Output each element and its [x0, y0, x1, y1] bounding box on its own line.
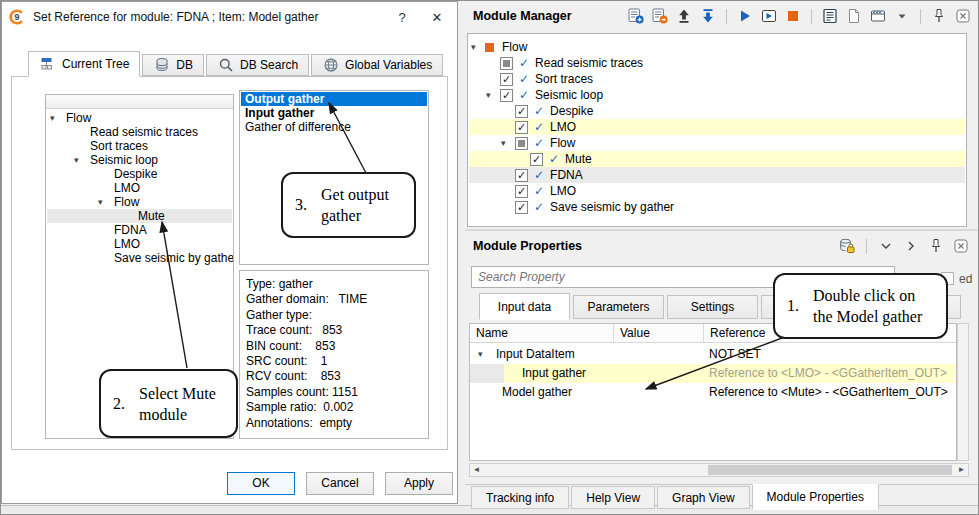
- expander-icon[interactable]: ▾: [486, 90, 500, 100]
- module-tree-item-flow[interactable]: ▾Flow: [469, 39, 965, 55]
- checked-checkbox[interactable]: [500, 73, 513, 86]
- pin-icon[interactable]: [927, 237, 945, 255]
- close-icon[interactable]: [954, 7, 972, 25]
- module-tree-item-lmo[interactable]: ✓LMO: [469, 183, 965, 199]
- partial-checkbox[interactable]: [500, 57, 513, 70]
- tab-global-variables[interactable]: Global Variables: [311, 54, 443, 76]
- expander-icon[interactable]: ▾: [98, 195, 114, 209]
- add-module-icon[interactable]: [627, 7, 645, 25]
- module-tree-item-flow[interactable]: ▾✓Flow: [469, 135, 965, 151]
- flow-tree-item-save-seismic-by-gather[interactable]: Save seismic by gather: [47, 251, 232, 265]
- expander-icon[interactable]: ▾: [478, 345, 483, 364]
- checked-checkbox[interactable]: [530, 153, 543, 166]
- caret-down-icon[interactable]: [893, 7, 911, 25]
- scroll-left-arrow[interactable]: ◄: [470, 464, 483, 476]
- table-row-model-gather[interactable]: Model gatherReference to <Mute> - <GGath…: [470, 383, 956, 402]
- flow-tree-item-lmo[interactable]: LMO: [47, 181, 232, 195]
- module-tree-item-seismic-loop[interactable]: ▾✓Seismic loop: [469, 87, 965, 103]
- pin-icon[interactable]: [930, 7, 948, 25]
- flow-tree-item-read-seismic-traces[interactable]: Read seismic traces: [47, 125, 232, 139]
- enabled-check-icon: ✓: [519, 72, 529, 86]
- help-button[interactable]: ?: [388, 10, 416, 25]
- chevron-right-icon[interactable]: [902, 237, 920, 255]
- move-down-icon[interactable]: [699, 7, 717, 25]
- enabled-check-icon: ✓: [534, 200, 544, 214]
- move-up-icon[interactable]: [675, 7, 693, 25]
- bottom-tab-graph-view[interactable]: Graph View: [657, 486, 749, 509]
- bottom-tab-module-properties[interactable]: Module Properties: [752, 484, 879, 510]
- close-button[interactable]: ✕: [423, 10, 451, 25]
- module-tree-item-fdna[interactable]: ✓FDNA: [469, 167, 965, 183]
- horizontal-scrollbar[interactable]: ◄ ►: [469, 463, 969, 477]
- expander-icon[interactable]: ▾: [50, 111, 66, 125]
- module-tree-item-label: FDNA: [550, 168, 583, 182]
- expander-icon[interactable]: ▾: [74, 153, 90, 167]
- db-lock-icon[interactable]: [838, 237, 856, 255]
- flow-tree-item-sort-traces[interactable]: Sort traces: [47, 139, 232, 153]
- column-header-name[interactable]: Name: [470, 324, 614, 342]
- stop-icon[interactable]: [784, 7, 802, 25]
- flow-tree-item-seismic-loop[interactable]: ▾Seismic loop: [47, 153, 232, 167]
- flow-tree-item-label: LMO: [114, 181, 140, 195]
- gather-list-item-input-gather[interactable]: Input gather: [241, 106, 427, 120]
- module-tree-item-label: Sort traces: [535, 72, 593, 86]
- report-icon[interactable]: [821, 7, 839, 25]
- properties-tab-settings[interactable]: Settings: [667, 295, 758, 319]
- scroll-right-arrow[interactable]: ►: [955, 464, 968, 476]
- table-row-input-gather[interactable]: Input gatherReference to <LMO> - <GGathe…: [470, 364, 956, 383]
- flow-tree-item-mute[interactable]: Mute: [47, 209, 232, 223]
- partial-checkbox[interactable]: [515, 137, 528, 150]
- checked-checkbox[interactable]: [515, 105, 528, 118]
- gather-list-item-output-gather[interactable]: Output gather: [241, 92, 427, 106]
- flow-tree-item-fdna[interactable]: FDNA: [47, 223, 232, 237]
- run-flow-icon[interactable]: [760, 7, 778, 25]
- bottom-tab-help-view[interactable]: Help View: [571, 486, 655, 509]
- tab-db-search[interactable]: DB Search: [206, 54, 309, 76]
- module-properties-title: Module Properties: [473, 239, 582, 253]
- run-icon[interactable]: [736, 7, 754, 25]
- tab-db[interactable]: DB: [142, 54, 204, 76]
- remove-module-icon[interactable]: [651, 7, 669, 25]
- gather-properties-text: Type: gather Gather domain: TIME Gather …: [246, 277, 367, 431]
- apply-button[interactable]: Apply: [385, 472, 453, 495]
- flow-tree-item-despike[interactable]: Despike: [47, 167, 232, 181]
- cancel-button[interactable]: Cancel: [306, 472, 374, 495]
- vertical-scrollbar[interactable]: [957, 323, 969, 461]
- ok-button[interactable]: OK: [227, 472, 295, 495]
- chevron-down-icon[interactable]: [877, 237, 895, 255]
- module-tree-item-label: Flow: [502, 40, 527, 54]
- expander-icon[interactable]: ▾: [471, 42, 485, 52]
- checked-checkbox[interactable]: [515, 201, 528, 214]
- checked-checkbox[interactable]: [515, 121, 528, 134]
- scrollbar-thumb[interactable]: [708, 465, 952, 475]
- close-icon[interactable]: [952, 237, 970, 255]
- advanced-checkbox-label: ed: [959, 272, 972, 286]
- flow-tree-item-label: Mute: [138, 209, 165, 223]
- checked-checkbox[interactable]: [515, 185, 528, 198]
- flow-tree-item-flow[interactable]: ▾Flow: [47, 111, 232, 125]
- tab-current-tree[interactable]: Current Tree: [28, 51, 140, 77]
- checked-checkbox[interactable]: [500, 89, 513, 102]
- properties-tab-input-data[interactable]: Input data: [479, 293, 570, 320]
- flow-tree-item-flow[interactable]: ▾Flow: [47, 195, 232, 209]
- table-row-input-dataitem[interactable]: ▾Input DataItemNOT SET: [470, 345, 956, 364]
- flow-tree-item-label: Sort traces: [90, 139, 148, 153]
- module-tree-item-lmo[interactable]: ✓LMO: [469, 119, 965, 135]
- checked-checkbox[interactable]: [515, 169, 528, 182]
- module-tree-item-mute[interactable]: ✓Mute: [469, 151, 965, 167]
- bottom-tab-tracking-info[interactable]: Tracking info: [471, 486, 569, 509]
- module-tree-item-sort-traces[interactable]: ✓Sort traces: [469, 71, 965, 87]
- module-tree-item-save-seismic-by-gather[interactable]: ✓Save seismic by gather: [469, 199, 965, 215]
- new-document-icon[interactable]: [845, 7, 863, 25]
- callout-text: Select Mutemodule: [139, 383, 216, 425]
- flow-tree-item-lmo[interactable]: LMO: [47, 237, 232, 251]
- table-cell-reference: Reference to <Mute> - <GGatherItem_OUT>: [709, 383, 948, 402]
- module-tree-item-despike[interactable]: ✓Despike: [469, 103, 965, 119]
- flow-tree-item-label: Flow: [114, 195, 139, 209]
- column-header-value[interactable]: Value: [614, 324, 704, 342]
- gather-list-item-gather-of-difference[interactable]: Gather of difference: [241, 120, 427, 134]
- module-tree-item-read-seismic-traces[interactable]: ✓Read seismic traces: [469, 55, 965, 71]
- properties-tab-parameters[interactable]: Parameters: [573, 295, 664, 319]
- expander-icon[interactable]: ▾: [501, 138, 515, 148]
- window-layout-icon[interactable]: [869, 7, 887, 25]
